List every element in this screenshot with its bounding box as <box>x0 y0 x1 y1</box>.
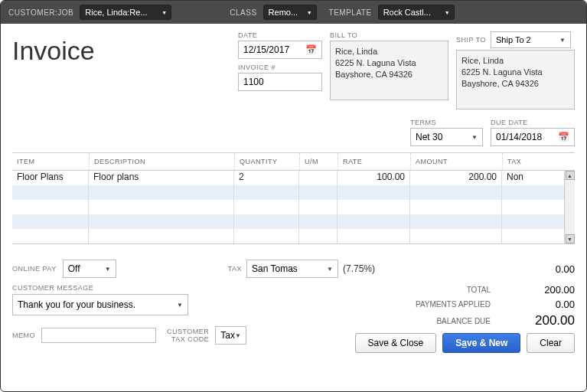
col-amount: AMOUNT <box>410 153 502 170</box>
customer-message-label: CUSTOMER MESSAGE <box>12 284 211 292</box>
line-item-row[interactable] <box>12 214 564 229</box>
col-rate: RATE <box>338 153 410 170</box>
cust-tax-code-label2: TAX CODE <box>167 335 209 343</box>
bill-to-address[interactable]: Rice, Linda 6225 N. Laguna Vista Bayshor… <box>330 41 448 100</box>
customer-job-label: CUSTOMER:JOB <box>8 8 73 17</box>
line-items-body: Floor Plans Floor plans 2 100.00 200.00 … <box>12 171 575 244</box>
calendar-icon[interactable]: 📅 <box>558 132 569 142</box>
ship-to-label: SHIP TO <box>456 36 486 44</box>
chevron-down-icon: ▼ <box>177 302 183 309</box>
balance-label: BALANCE DUE <box>399 317 498 325</box>
scroll-up-icon[interactable]: ▲ <box>566 171 575 180</box>
class-label: CLASS <box>230 8 256 17</box>
due-date-input[interactable]: 01/14/2018 📅 <box>491 128 575 146</box>
col-um: U/M <box>299 153 338 170</box>
tax-rate: (7.75%) <box>343 263 375 274</box>
line-item-row[interactable] <box>12 200 564 214</box>
page-title: Invoice <box>12 31 230 66</box>
class-select[interactable]: Remo... <box>263 5 317 20</box>
calendar-icon[interactable]: 📅 <box>305 44 317 55</box>
date-label: DATE <box>238 31 322 39</box>
date-input[interactable]: 12/15/2017 📅 <box>238 41 322 59</box>
due-date-label: DUE DATE <box>491 119 575 126</box>
invoice-num-input[interactable] <box>238 73 322 91</box>
tax-label: TAX <box>219 265 242 273</box>
line-item-row[interactable] <box>12 229 564 243</box>
payments-label: PAYMENTS APPLIED <box>399 300 498 309</box>
total-label: TOTAL <box>399 286 498 294</box>
tax-item-select[interactable]: San Tomas▼ <box>246 260 338 278</box>
terms-label: TERMS <box>410 119 483 126</box>
invoice-num-label: INVOICE # <box>238 64 322 71</box>
terms-select[interactable]: Net 30▼ <box>410 128 483 146</box>
chevron-down-icon: ▼ <box>471 134 478 141</box>
bill-to-label: BILL TO <box>330 31 448 39</box>
col-quantity: QUANTITY <box>234 153 299 170</box>
clear-button[interactable]: Clear <box>527 333 575 353</box>
tax-amount: 0.00 <box>498 263 575 275</box>
customer-job-select[interactable]: Rice, Linda:Re... <box>80 5 171 20</box>
payments-value: 0.00 <box>498 299 575 310</box>
template-label: TEMPLATE <box>329 8 372 17</box>
scroll-down-icon[interactable]: ▼ <box>566 234 575 243</box>
memo-label: MEMO <box>12 332 35 339</box>
col-description: DESCRIPTION <box>89 153 234 170</box>
line-item-row[interactable]: Floor Plans Floor plans 2 100.00 200.00 … <box>12 171 564 185</box>
ship-to-address[interactable]: Rice, Linda 6225 N. Laguna Vista Bayshor… <box>456 50 575 109</box>
table-scrollbar[interactable]: ▲ ▼ <box>564 171 575 243</box>
ship-to-select[interactable]: Ship To 2▼ <box>491 31 571 48</box>
save-new-button[interactable]: Save & New <box>442 333 520 353</box>
online-pay-select[interactable]: Off▼ <box>63 260 116 278</box>
customer-message-select[interactable]: Thank you for your business.▼ <box>12 294 188 315</box>
col-tax: TAX <box>502 153 540 170</box>
balance-value: 200.00 <box>498 313 575 328</box>
line-items-header: ITEM DESCRIPTION QUANTITY U/M RATE AMOUN… <box>12 152 575 171</box>
col-item: ITEM <box>12 153 89 170</box>
top-toolbar: CUSTOMER:JOB Rice, Linda:Re... CLASS Rem… <box>1 1 586 24</box>
memo-input[interactable] <box>41 328 156 343</box>
chevron-down-icon: ▼ <box>327 266 333 273</box>
chevron-down-icon: ▼ <box>559 37 566 44</box>
chevron-down-icon: ▼ <box>105 266 111 273</box>
line-item-row[interactable] <box>12 185 564 200</box>
total-value: 200.00 <box>498 284 575 296</box>
cust-tax-code-label: CUSTOMER <box>167 328 209 335</box>
save-close-button[interactable]: Save & Close <box>355 333 437 353</box>
online-pay-label: ONLINE PAY <box>12 265 57 273</box>
template-select[interactable]: Rock Castl... <box>378 5 455 20</box>
